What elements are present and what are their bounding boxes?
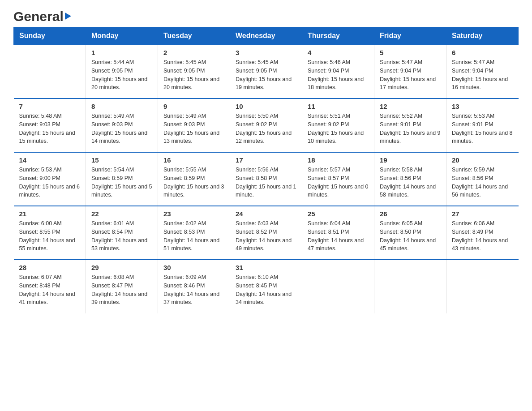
calendar-cell: 14Sunrise: 5:53 AMSunset: 9:00 PMDayligh… bbox=[14, 152, 86, 206]
day-number: 11 bbox=[308, 103, 369, 110]
weekday-header-saturday: Saturday bbox=[446, 27, 519, 45]
day-info: Sunrise: 6:09 AMSunset: 8:46 PMDaylight:… bbox=[163, 273, 224, 307]
calendar-cell bbox=[374, 260, 446, 313]
day-info: Sunrise: 5:47 AMSunset: 9:04 PMDaylight:… bbox=[380, 58, 441, 92]
day-number: 31 bbox=[236, 264, 296, 271]
day-info: Sunrise: 5:52 AMSunset: 9:01 PMDaylight:… bbox=[380, 112, 441, 146]
calendar-week-row: 1Sunrise: 5:44 AMSunset: 9:05 PMDaylight… bbox=[14, 45, 519, 98]
day-number: 17 bbox=[236, 156, 296, 164]
calendar-cell bbox=[14, 45, 86, 98]
day-info: Sunrise: 5:44 AMSunset: 9:05 PMDaylight:… bbox=[91, 58, 152, 92]
day-info: Sunrise: 5:48 AMSunset: 9:03 PMDaylight:… bbox=[19, 112, 81, 146]
logo: General bbox=[13, 9, 71, 22]
day-info: Sunrise: 6:07 AMSunset: 8:48 PMDaylight:… bbox=[19, 273, 81, 307]
day-number: 29 bbox=[91, 264, 152, 271]
day-number: 12 bbox=[380, 103, 441, 110]
day-number: 8 bbox=[91, 103, 152, 110]
day-number: 21 bbox=[19, 210, 81, 218]
calendar-cell: 5Sunrise: 5:47 AMSunset: 9:04 PMDaylight… bbox=[374, 45, 446, 98]
day-info: Sunrise: 5:53 AMSunset: 9:00 PMDaylight:… bbox=[19, 166, 81, 199]
calendar-table: SundayMondayTuesdayWednesdayThursdayFrid… bbox=[13, 27, 519, 313]
day-info: Sunrise: 6:10 AMSunset: 8:45 PMDaylight:… bbox=[236, 273, 296, 307]
calendar-cell: 8Sunrise: 5:49 AMSunset: 9:03 PMDaylight… bbox=[86, 98, 158, 152]
day-number: 5 bbox=[380, 49, 441, 56]
day-info: Sunrise: 5:58 AMSunset: 8:56 PMDaylight:… bbox=[380, 166, 441, 199]
day-info: Sunrise: 6:00 AMSunset: 8:55 PMDaylight:… bbox=[19, 219, 81, 253]
day-number: 24 bbox=[236, 210, 296, 218]
calendar-cell: 11Sunrise: 5:51 AMSunset: 9:02 PMDayligh… bbox=[302, 98, 374, 152]
calendar-cell: 22Sunrise: 6:01 AMSunset: 8:54 PMDayligh… bbox=[86, 206, 158, 260]
calendar-cell: 13Sunrise: 5:53 AMSunset: 9:01 PMDayligh… bbox=[446, 98, 519, 152]
calendar-cell: 21Sunrise: 6:00 AMSunset: 8:55 PMDayligh… bbox=[14, 206, 86, 260]
calendar-cell: 25Sunrise: 6:04 AMSunset: 8:51 PMDayligh… bbox=[302, 206, 374, 260]
day-info: Sunrise: 5:47 AMSunset: 9:04 PMDaylight:… bbox=[452, 58, 513, 92]
day-info: Sunrise: 6:06 AMSunset: 8:49 PMDaylight:… bbox=[452, 219, 513, 253]
calendar-week-row: 14Sunrise: 5:53 AMSunset: 9:00 PMDayligh… bbox=[14, 152, 519, 206]
day-info: Sunrise: 6:03 AMSunset: 8:52 PMDaylight:… bbox=[236, 219, 296, 253]
day-number: 7 bbox=[19, 103, 81, 110]
calendar-cell: 4Sunrise: 5:46 AMSunset: 9:04 PMDaylight… bbox=[302, 45, 374, 98]
day-number: 23 bbox=[163, 210, 224, 218]
day-number: 4 bbox=[308, 49, 369, 56]
day-number: 22 bbox=[91, 210, 152, 218]
calendar-cell: 3Sunrise: 5:45 AMSunset: 9:05 PMDaylight… bbox=[230, 45, 302, 98]
calendar-week-row: 21Sunrise: 6:00 AMSunset: 8:55 PMDayligh… bbox=[14, 206, 519, 260]
day-info: Sunrise: 5:55 AMSunset: 8:59 PMDaylight:… bbox=[163, 166, 224, 199]
day-number: 20 bbox=[452, 156, 513, 164]
day-number: 30 bbox=[163, 264, 224, 271]
day-info: Sunrise: 5:59 AMSunset: 8:56 PMDaylight:… bbox=[452, 166, 513, 199]
calendar-cell: 20Sunrise: 5:59 AMSunset: 8:56 PMDayligh… bbox=[446, 152, 519, 206]
calendar-cell: 6Sunrise: 5:47 AMSunset: 9:04 PMDaylight… bbox=[446, 45, 519, 98]
day-number: 14 bbox=[19, 156, 81, 164]
day-info: Sunrise: 5:50 AMSunset: 9:02 PMDaylight:… bbox=[236, 112, 296, 146]
calendar-cell: 9Sunrise: 5:49 AMSunset: 9:03 PMDaylight… bbox=[158, 98, 230, 152]
calendar-cell: 19Sunrise: 5:58 AMSunset: 8:56 PMDayligh… bbox=[374, 152, 446, 206]
calendar-cell: 27Sunrise: 6:06 AMSunset: 8:49 PMDayligh… bbox=[446, 206, 519, 260]
calendar-cell: 17Sunrise: 5:56 AMSunset: 8:58 PMDayligh… bbox=[230, 152, 302, 206]
calendar-cell bbox=[302, 260, 374, 313]
calendar-cell: 30Sunrise: 6:09 AMSunset: 8:46 PMDayligh… bbox=[158, 260, 230, 313]
day-number: 13 bbox=[452, 103, 513, 110]
day-number: 2 bbox=[163, 49, 224, 56]
day-number: 1 bbox=[91, 49, 152, 56]
weekday-header-friday: Friday bbox=[374, 27, 446, 45]
calendar-cell: 18Sunrise: 5:57 AMSunset: 8:57 PMDayligh… bbox=[302, 152, 374, 206]
day-info: Sunrise: 5:46 AMSunset: 9:04 PMDaylight:… bbox=[308, 58, 369, 92]
day-info: Sunrise: 5:45 AMSunset: 9:05 PMDaylight:… bbox=[163, 58, 224, 92]
calendar-cell: 10Sunrise: 5:50 AMSunset: 9:02 PMDayligh… bbox=[230, 98, 302, 152]
calendar-cell: 1Sunrise: 5:44 AMSunset: 9:05 PMDaylight… bbox=[86, 45, 158, 98]
page-header: General bbox=[13, 9, 519, 22]
weekday-header-tuesday: Tuesday bbox=[158, 27, 230, 45]
day-info: Sunrise: 6:04 AMSunset: 8:51 PMDaylight:… bbox=[308, 219, 369, 253]
calendar-cell: 24Sunrise: 6:03 AMSunset: 8:52 PMDayligh… bbox=[230, 206, 302, 260]
calendar-week-row: 7Sunrise: 5:48 AMSunset: 9:03 PMDaylight… bbox=[14, 98, 519, 152]
day-info: Sunrise: 5:54 AMSunset: 8:59 PMDaylight:… bbox=[91, 166, 152, 199]
calendar-cell: 26Sunrise: 6:05 AMSunset: 8:50 PMDayligh… bbox=[374, 206, 446, 260]
logo-triangle-icon bbox=[65, 13, 71, 20]
day-number: 3 bbox=[236, 49, 296, 56]
calendar-cell: 7Sunrise: 5:48 AMSunset: 9:03 PMDaylight… bbox=[14, 98, 86, 152]
day-info: Sunrise: 5:53 AMSunset: 9:01 PMDaylight:… bbox=[452, 112, 513, 146]
calendar-cell: 12Sunrise: 5:52 AMSunset: 9:01 PMDayligh… bbox=[374, 98, 446, 152]
weekday-header-wednesday: Wednesday bbox=[230, 27, 302, 45]
calendar-cell bbox=[446, 260, 519, 313]
calendar-week-row: 28Sunrise: 6:07 AMSunset: 8:48 PMDayligh… bbox=[14, 260, 519, 313]
calendar-cell: 23Sunrise: 6:02 AMSunset: 8:53 PMDayligh… bbox=[158, 206, 230, 260]
day-info: Sunrise: 5:45 AMSunset: 9:05 PMDaylight:… bbox=[236, 58, 296, 92]
day-number: 6 bbox=[452, 49, 513, 56]
day-info: Sunrise: 5:51 AMSunset: 9:02 PMDaylight:… bbox=[308, 112, 369, 146]
day-number: 9 bbox=[163, 103, 224, 110]
day-number: 19 bbox=[380, 156, 441, 164]
day-info: Sunrise: 6:05 AMSunset: 8:50 PMDaylight:… bbox=[380, 219, 441, 253]
day-info: Sunrise: 5:57 AMSunset: 8:57 PMDaylight:… bbox=[308, 166, 369, 199]
day-number: 25 bbox=[308, 210, 369, 218]
day-number: 15 bbox=[91, 156, 152, 164]
day-number: 16 bbox=[163, 156, 224, 164]
day-info: Sunrise: 5:49 AMSunset: 9:03 PMDaylight:… bbox=[163, 112, 224, 146]
day-info: Sunrise: 6:01 AMSunset: 8:54 PMDaylight:… bbox=[91, 219, 152, 253]
calendar-cell: 15Sunrise: 5:54 AMSunset: 8:59 PMDayligh… bbox=[86, 152, 158, 206]
calendar-cell: 31Sunrise: 6:10 AMSunset: 8:45 PMDayligh… bbox=[230, 260, 302, 313]
day-number: 18 bbox=[308, 156, 369, 164]
day-info: Sunrise: 6:02 AMSunset: 8:53 PMDaylight:… bbox=[163, 219, 224, 253]
calendar-cell: 16Sunrise: 5:55 AMSunset: 8:59 PMDayligh… bbox=[158, 152, 230, 206]
